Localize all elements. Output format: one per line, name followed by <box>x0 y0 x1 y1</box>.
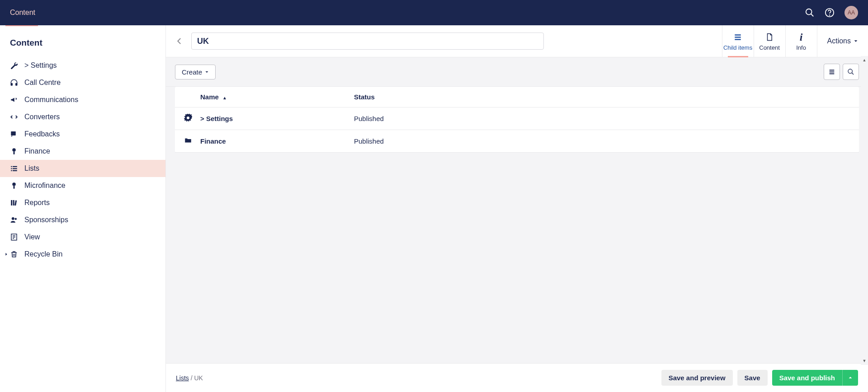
column-header-name[interactable]: Name ▲ <box>200 93 354 101</box>
save-publish-caret[interactable] <box>842 370 858 386</box>
sidebar-item-recycle-bin[interactable]: Recycle Bin <box>0 246 165 263</box>
tab-info[interactable]: i Info <box>785 25 817 57</box>
sidebar-item-label: View <box>24 233 40 241</box>
sidebar-item-label: Feedbacks <box>24 130 60 138</box>
app-section-title[interactable]: Content <box>10 9 35 17</box>
save-publish-button[interactable]: Save and publish <box>772 370 842 386</box>
sidebar-item-label: Converters <box>24 113 60 121</box>
svg-line-35 <box>852 73 854 75</box>
breadcrumb: Lists / UK <box>176 374 203 382</box>
column-header-status[interactable]: Status <box>354 93 850 101</box>
caret-down-icon <box>854 39 858 43</box>
books-icon <box>10 199 18 207</box>
list-icon <box>722 32 754 42</box>
sidebar: Content > Settings Call Centre Communica… <box>0 25 166 392</box>
help-icon[interactable] <box>825 8 835 18</box>
svg-rect-17 <box>11 200 12 205</box>
sidebar-item-communications[interactable]: Communications <box>0 91 165 108</box>
headphones-icon <box>10 79 18 87</box>
create-button[interactable]: Create <box>175 65 216 79</box>
row-status: Published <box>354 115 850 122</box>
toolbar: Create <box>166 57 868 87</box>
folder-icon <box>184 136 200 146</box>
actions-dropdown[interactable]: Actions <box>817 25 868 57</box>
caret-up-icon <box>848 375 853 380</box>
wrench-icon <box>10 61 18 70</box>
sidebar-item-sponsorships[interactable]: Sponsorships <box>0 211 165 229</box>
svg-point-34 <box>848 69 852 73</box>
tab-label: Child items <box>723 44 752 51</box>
main-header: Child items Content i Info Actions <box>166 25 868 57</box>
footer-bar: Lists / UK Save and preview Save Save an… <box>166 363 868 392</box>
caret-down-icon <box>205 70 209 74</box>
svg-rect-14 <box>13 170 17 171</box>
svg-point-0 <box>806 9 812 15</box>
search-button[interactable] <box>843 64 859 80</box>
article-icon <box>10 233 18 241</box>
back-button[interactable] <box>175 37 184 46</box>
sidebar-header: Content <box>0 38 165 57</box>
svg-line-1 <box>811 14 814 17</box>
svg-rect-8 <box>14 152 15 154</box>
save-preview-button[interactable]: Save and preview <box>661 370 733 386</box>
svg-point-21 <box>15 218 17 220</box>
table-row[interactable]: Finance Published <box>175 130 859 153</box>
caret-right-icon[interactable] <box>3 252 10 257</box>
sidebar-item-label: Call Centre <box>24 79 61 87</box>
sidebar-item-label: Reports <box>24 199 50 207</box>
breadcrumb-parent[interactable]: Lists <box>176 374 189 382</box>
svg-rect-29 <box>735 37 741 38</box>
child-items-table: Name ▲ Status > Settings Published <box>175 87 859 153</box>
tab-child-items[interactable]: Child items <box>722 25 754 57</box>
sidebar-item-label: > Settings <box>24 61 57 70</box>
sort-asc-icon: ▲ <box>222 95 227 100</box>
megaphone-icon <box>10 96 18 104</box>
sidebar-item-feedbacks[interactable]: Feedbacks <box>0 126 165 143</box>
sidebar-item-converters[interactable]: Converters <box>0 108 165 126</box>
svg-rect-16 <box>14 186 15 189</box>
sidebar-item-lists[interactable]: Lists <box>0 160 165 177</box>
list-view-toggle[interactable] <box>824 64 840 80</box>
sidebar-item-microfinance[interactable]: Microfinance <box>0 177 165 194</box>
svg-rect-28 <box>735 34 741 36</box>
sidebar-item-label: Microfinance <box>24 182 66 190</box>
sidebar-item-reports[interactable]: Reports <box>0 194 165 211</box>
finance-icon <box>10 147 18 155</box>
svg-rect-31 <box>830 70 835 70</box>
node-title-input[interactable] <box>191 33 544 50</box>
sidebar-item-label: Communications <box>24 96 78 104</box>
list-icon <box>828 68 835 75</box>
users-icon <box>10 216 18 224</box>
scroll-up-icon[interactable]: ▲ <box>861 56 868 64</box>
svg-rect-30 <box>735 39 741 40</box>
svg-rect-5 <box>16 84 17 86</box>
row-name[interactable]: > Settings <box>200 115 354 122</box>
row-status: Published <box>354 137 850 145</box>
sidebar-item-call-centre[interactable]: Call Centre <box>0 74 165 91</box>
svg-point-7 <box>12 148 16 152</box>
svg-rect-19 <box>14 201 17 206</box>
row-name[interactable]: Finance <box>200 137 354 145</box>
save-button[interactable]: Save <box>737 370 768 386</box>
sidebar-item-label: Lists <box>24 164 39 173</box>
scroll-down-icon[interactable]: ▼ <box>861 357 868 365</box>
svg-rect-13 <box>11 170 12 171</box>
sidebar-item-settings[interactable]: > Settings <box>0 57 165 74</box>
svg-point-3 <box>830 15 830 15</box>
sidebar-item-view[interactable]: View <box>0 229 165 246</box>
svg-rect-10 <box>13 166 17 167</box>
svg-point-20 <box>12 217 14 220</box>
svg-rect-33 <box>830 73 835 74</box>
search-icon[interactable] <box>805 8 815 18</box>
sidebar-item-label: Finance <box>24 147 50 155</box>
svg-rect-11 <box>11 168 12 169</box>
tab-label: Content <box>759 44 780 51</box>
breadcrumb-current: UK <box>194 374 203 382</box>
sidebar-item-finance[interactable]: Finance <box>0 143 165 160</box>
svg-rect-9 <box>11 166 12 167</box>
tab-content[interactable]: Content <box>754 25 785 57</box>
feedback-icon <box>10 130 18 138</box>
table-row[interactable]: > Settings Published <box>175 107 859 130</box>
scrollbar[interactable]: ▲ ▼ <box>861 56 868 365</box>
avatar[interactable]: AA <box>844 6 858 19</box>
